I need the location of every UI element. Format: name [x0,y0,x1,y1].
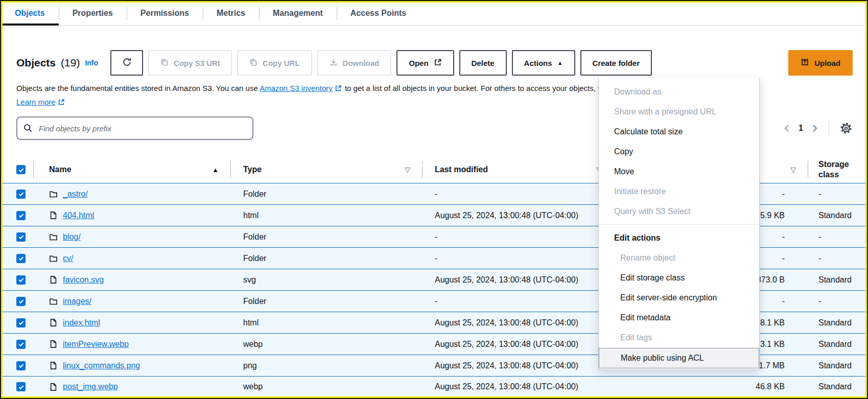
row-checkbox[interactable] [16,254,26,263]
storage-class-cell: - [808,296,867,307]
type-cell: svg [231,275,423,285]
external-link-icon [58,97,65,109]
folder-icon [49,254,58,263]
sort-asc-icon[interactable]: ▲ [212,166,219,174]
menu-item-edit-metadata[interactable]: Edit metadata [599,308,759,327]
object-name-link[interactable]: linux_commands.png [63,361,140,370]
sort-icon[interactable]: ▽ [790,166,796,174]
copy-icon [160,58,169,68]
storage-class-cell: Standard [808,361,867,371]
last-modified-cell: - [423,190,614,199]
bucket-tabbar: Objects Properties Permissions Metrics M… [1,1,867,26]
pager-divider [829,121,829,136]
column-header-last-modified[interactable]: Last modified ▽ [423,156,614,183]
search-input[interactable] [16,116,253,140]
file-icon [49,383,58,391]
tab-metrics[interactable]: Metrics [203,1,259,25]
type-cell: webp [231,382,423,391]
object-name-link[interactable]: itemPreview.webp [63,340,129,349]
menu-item-query-s3-select[interactable]: Query with S3 Select [599,201,759,221]
select-all-checkbox[interactable] [16,165,26,174]
menu-item-edit-tags[interactable]: Edit tags [599,327,759,347]
column-header-name[interactable]: Name ▲ [34,156,231,183]
menu-item-share-presigned-url[interactable]: Share with a presigned URL [599,102,759,122]
menu-item-copy[interactable]: Copy [599,142,759,161]
type-cell: png [231,361,423,370]
menu-item-edit-storage-class[interactable]: Edit storage class [599,268,759,288]
row-checkbox[interactable] [16,318,26,327]
storage-class-cell: Standard [808,210,867,221]
menu-item-download-as[interactable]: Download as [599,82,759,102]
current-page[interactable]: 1 [799,124,803,133]
type-cell: html [231,211,423,220]
folder-icon [49,297,58,306]
delete-label: Delete [472,59,495,67]
actions-button[interactable]: Actions ▲ [512,50,575,76]
menu-item-edit-server-side-encryption[interactable]: Edit server-side encryption [599,288,759,308]
type-cell: Folder [231,254,423,263]
object-name-link[interactable]: 404.html [63,211,94,220]
last-modified-cell: - [423,254,614,263]
object-name-link[interactable]: images/ [63,297,91,306]
row-checkbox[interactable] [16,275,26,285]
storage-class-cell: - [808,189,867,199]
next-page-button[interactable] [811,124,818,133]
last-modified-cell: August 25, 2024, 13:00:48 (UTC-04:00) [423,361,614,370]
storage-class-cell: Standard [808,318,867,328]
row-checkbox[interactable] [16,190,26,199]
tab-permissions[interactable]: Permissions [127,1,203,25]
sort-icon[interactable]: ▽ [405,166,410,174]
object-name-link[interactable]: post_img.webp [63,382,118,391]
row-checkbox[interactable] [16,340,26,349]
object-name-link[interactable]: cv/ [63,254,73,263]
upload-button[interactable]: Upload [788,50,853,76]
toolbar-spacer [657,50,783,76]
menu-item-make-public-using-acl[interactable]: Make public using ACL [599,348,759,368]
refresh-button[interactable] [110,50,143,76]
learn-more-link[interactable]: Learn more [16,98,56,106]
object-count: (19) [61,57,80,69]
menu-item-rename-object[interactable]: Rename object [599,248,759,268]
description-text: Objects are the fundamental entities sto… [16,84,260,92]
preferences-gear-icon[interactable] [839,122,853,135]
info-link[interactable]: Info [85,59,98,67]
last-modified-cell: August 25, 2024, 13:00:48 (UTC-04:00) [423,318,614,327]
object-name-link[interactable]: blog/ [63,232,81,242]
row-checkbox[interactable] [16,297,26,306]
type-cell: Folder [231,297,423,306]
menu-item-calculate-total-size[interactable]: Calculate total size [599,122,759,142]
select-all-checkbox-cell [1,156,34,183]
tab-properties[interactable]: Properties [59,1,127,25]
delete-button[interactable]: Delete [459,50,507,76]
object-name-link[interactable]: _astro/ [63,190,88,199]
open-button[interactable]: Open [396,50,454,76]
object-name-link[interactable]: favicon.svg [63,275,104,285]
create-folder-label: Create folder [593,59,640,67]
row-checkbox[interactable] [16,382,26,391]
tab-objects[interactable]: Objects [1,1,59,25]
column-header-storage-class[interactable]: Storage class [808,156,867,183]
tab-access-points[interactable]: Access Points [337,1,420,25]
column-header-type[interactable]: Type ▽ [231,156,423,183]
row-checkbox[interactable] [16,232,26,242]
create-folder-button[interactable]: Create folder [580,50,652,76]
object-name-link[interactable]: index.html [63,318,100,327]
file-icon [49,361,58,370]
row-checkbox[interactable] [16,361,26,370]
last-modified-cell: August 25, 2024, 13:00:48 (UTC-04:00) [423,382,614,391]
search-box [16,116,253,140]
previous-page-button[interactable] [783,124,790,133]
column-label: Last modified [435,165,488,174]
download-button[interactable]: Download [317,50,392,76]
copy-s3-uri-button[interactable]: Copy S3 URI [148,50,232,76]
last-modified-cell: - [423,297,614,306]
tab-management[interactable]: Management [259,1,337,25]
page-title: Objects [16,57,56,69]
refresh-icon [122,57,132,68]
copy-url-button[interactable]: Copy URL [237,50,312,76]
menu-item-initiate-restore[interactable]: Initiate restore [599,181,759,201]
menu-item-move[interactable]: Move [599,161,759,181]
column-label: Storage class [818,159,867,180]
row-checkbox[interactable] [16,211,26,220]
inventory-link[interactable]: Amazon S3 inventory [260,84,333,92]
